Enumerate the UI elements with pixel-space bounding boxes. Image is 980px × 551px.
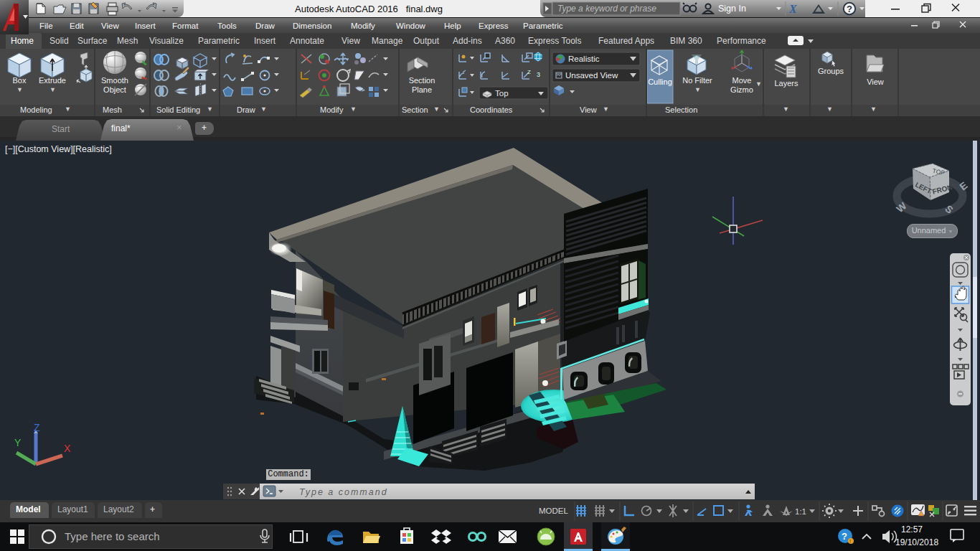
svg-text:Sign In: Sign In <box>718 4 746 14</box>
svg-text:Type a command: Type a command <box>299 487 388 497</box>
svg-text:Top: Top <box>495 89 509 98</box>
svg-text:Type a keyword or phrase: Type a keyword or phrase <box>557 4 656 14</box>
svg-text:?: ? <box>842 531 847 542</box>
svg-text:MODEL: MODEL <box>539 507 569 515</box>
svg-text:Y: Y <box>14 437 22 448</box>
svg-text:Unsaved View: Unsaved View <box>565 71 618 80</box>
svg-text:X: X <box>64 443 71 454</box>
svg-text:3: 3 <box>537 71 540 78</box>
svg-text:1:1: 1:1 <box>795 507 806 516</box>
svg-text:X: X <box>788 3 797 15</box>
svg-text:19/10/2018: 19/10/2018 <box>895 537 938 547</box>
svg-text:Z: Z <box>527 69 531 75</box>
svg-text:Realistic: Realistic <box>568 55 600 63</box>
svg-text:!: ! <box>849 539 851 544</box>
svg-text:12:57: 12:57 <box>901 524 923 534</box>
svg-text:?: ? <box>847 4 852 14</box>
svg-text:Z: Z <box>34 422 40 433</box>
